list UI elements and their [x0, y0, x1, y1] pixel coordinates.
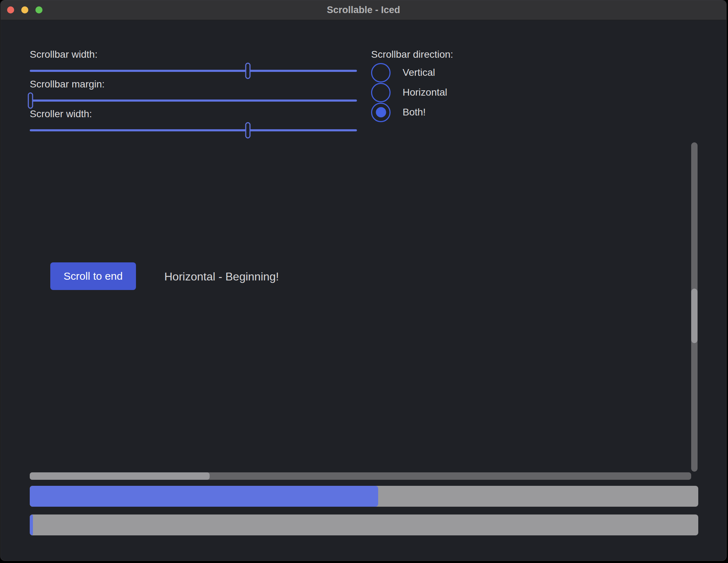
scroll-status-text: Horizontal - Beginning! [164, 269, 279, 284]
radio-label: Vertical [403, 67, 435, 78]
slider-handle[interactable] [28, 92, 33, 109]
radio-option-vertical[interactable]: Vertical [371, 63, 447, 83]
scrollbar-margin-slider[interactable] [30, 92, 357, 109]
vertical-scrollbar-thumb[interactable] [691, 289, 698, 343]
horizontal-progress-bar [30, 486, 698, 507]
scrollbar-width-label: Scrollbar width: [30, 49, 97, 60]
radio-circle-icon[interactable] [371, 63, 391, 83]
horizontal-scrollbar-thumb[interactable] [30, 472, 210, 480]
slider-handle[interactable] [245, 122, 251, 138]
scrollbar-margin-label: Scrollbar margin: [30, 79, 105, 90]
progress-fill [30, 514, 33, 535]
vertical-progress-bar [30, 514, 698, 535]
horizontal-scrollbar[interactable] [30, 472, 691, 480]
scrollbar-direction-label: Scrollbar direction: [371, 49, 453, 60]
radio-circle-icon[interactable] [371, 83, 391, 102]
slider-track[interactable] [30, 99, 357, 102]
scroll-to-end-button[interactable]: Scroll to end [50, 262, 136, 290]
scroller-width-slider[interactable] [30, 122, 357, 138]
radio-option-horizontal[interactable]: Horizontal [371, 83, 447, 102]
titlebar: Scrollable - Iced [1, 0, 726, 20]
radio-label: Both! [403, 107, 426, 118]
radio-dot-icon [376, 107, 386, 118]
progress-fill [30, 486, 378, 507]
slider-track[interactable] [30, 129, 357, 131]
radio-option-both[interactable]: Both! [371, 102, 447, 122]
radio-circle-icon[interactable] [371, 103, 391, 122]
scrollbar-direction-group: Vertical Horizontal Both! [371, 63, 447, 122]
window-title: Scrollable - Iced [1, 0, 726, 20]
slider-handle[interactable] [245, 63, 251, 79]
app-window: Scrollable - Iced Scrollbar width: Scrol… [0, 0, 727, 561]
vertical-scrollbar[interactable] [691, 142, 698, 472]
scrollbar-width-slider[interactable] [30, 63, 357, 79]
radio-label: Horizontal [403, 87, 447, 98]
scroller-width-label: Scroller width: [30, 108, 92, 120]
slider-track[interactable] [30, 70, 357, 72]
